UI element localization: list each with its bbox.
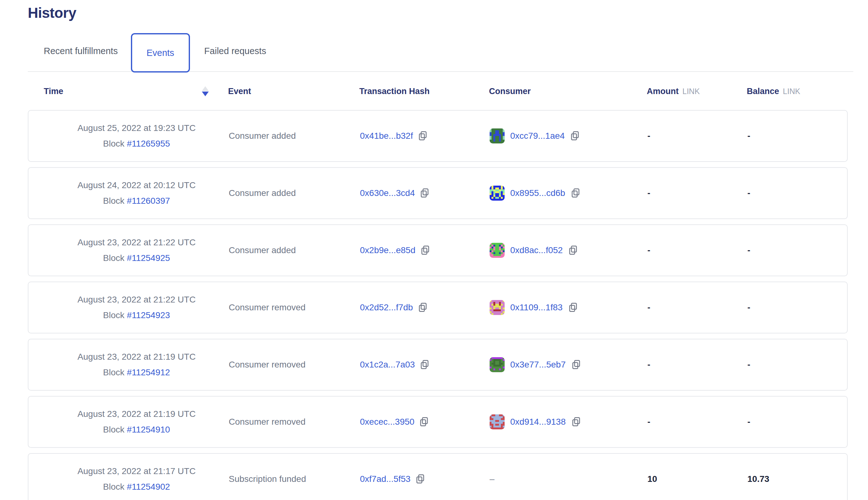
amount-value: 10: [648, 474, 657, 484]
event-timestamp: August 25, 2022 at 19:23 UTC: [78, 123, 196, 133]
consumer-cell: 0x8955...cd6b: [490, 186, 648, 201]
event-row: August 23, 2022 at 21:17 UTC Block #1125…: [28, 453, 848, 500]
copy-transaction-hash-icon[interactable]: [418, 131, 427, 141]
block-number-link[interactable]: #11254923: [127, 310, 170, 320]
transaction-hash-link[interactable]: 0x41be...b32f: [360, 131, 413, 141]
consumer-cell: 0xd914...9138: [490, 414, 648, 429]
tab-events-active-box[interactable]: Events: [131, 33, 190, 72]
block-label: Block: [103, 425, 124, 434]
column-header-consumer[interactable]: Consumer: [489, 87, 531, 96]
event-row: August 23, 2022 at 21:22 UTC Block #1125…: [28, 282, 848, 333]
copy-consumer-address-icon[interactable]: [568, 303, 578, 312]
event-type: Subscription funded: [229, 474, 306, 484]
copy-consumer-address-icon[interactable]: [570, 131, 580, 141]
block-number-link[interactable]: #11254912: [127, 367, 170, 377]
event-type: Consumer added: [229, 131, 296, 141]
event-timestamp: August 23, 2022 at 21:17 UTC: [78, 466, 196, 476]
block-label: Block: [103, 482, 124, 491]
copy-consumer-address-icon[interactable]: [571, 360, 581, 370]
balance-value: 10.73: [747, 474, 769, 484]
consumer-cell: 0xd8ac...f052: [490, 243, 648, 258]
balance-value: -: [747, 131, 750, 141]
time-cell: August 23, 2022 at 21:17 UTC Block #1125…: [44, 466, 229, 492]
event-timestamp: August 23, 2022 at 21:19 UTC: [78, 409, 196, 419]
time-cell: August 25, 2022 at 19:23 UTC Block #1126…: [44, 123, 229, 149]
consumer-identicon-icon: [490, 300, 505, 315]
copy-consumer-address-icon[interactable]: [571, 188, 580, 198]
sort-indicator-icon[interactable]: [202, 86, 209, 96]
event-row: August 24, 2022 at 20:12 UTC Block #1126…: [28, 167, 848, 219]
event-row: August 23, 2022 at 21:22 UTC Block #1125…: [28, 224, 848, 276]
consumer-address-link[interactable]: 0x8955...cd6b: [510, 188, 565, 198]
consumer-identicon-icon: [490, 357, 505, 372]
column-header-time[interactable]: Time: [44, 87, 64, 96]
transaction-hash-link[interactable]: 0xecec...3950: [360, 417, 414, 427]
balance-value: -: [747, 245, 750, 255]
amount-value: -: [648, 188, 650, 198]
block-label: Block: [103, 139, 124, 148]
event-type: Consumer removed: [229, 360, 306, 370]
consumer-cell: 0xcc79...1ae4: [490, 128, 648, 144]
consumer-placeholder: –: [490, 474, 495, 484]
block-label: Block: [103, 310, 124, 320]
tab-failed-requests[interactable]: Failed requests: [204, 46, 266, 56]
events-table-body: August 25, 2022 at 19:23 UTC Block #1126…: [28, 110, 848, 500]
balance-value: -: [747, 360, 750, 370]
copy-transaction-hash-icon[interactable]: [419, 417, 429, 427]
block-number-link[interactable]: #11254902: [127, 482, 170, 491]
table-header: Time Event Transaction Hash Consumer Amo…: [28, 86, 853, 96]
amount-value: -: [648, 417, 650, 427]
block-line: Block #11254912: [103, 367, 170, 377]
block-line: Block #11265955: [103, 139, 170, 149]
balance-unit-label: LINK: [783, 87, 800, 95]
block-line: Block #11254902: [103, 482, 170, 492]
consumer-address-link[interactable]: 0xd8ac...f052: [510, 245, 563, 255]
transaction-hash-link[interactable]: 0x1c2a...7a03: [360, 360, 415, 370]
consumer-identicon-icon: [490, 414, 505, 429]
consumer-address-link[interactable]: 0x1109...1f83: [510, 303, 563, 312]
copy-transaction-hash-icon[interactable]: [415, 474, 425, 484]
event-timestamp: August 23, 2022 at 21:19 UTC: [78, 352, 196, 362]
event-timestamp: August 23, 2022 at 21:22 UTC: [78, 238, 196, 248]
copy-consumer-address-icon[interactable]: [568, 245, 578, 255]
transaction-hash-link[interactable]: 0x2b9e...e85d: [360, 245, 415, 255]
consumer-address-link[interactable]: 0x3e77...5eb7: [510, 360, 566, 370]
amount-value: -: [648, 131, 650, 141]
time-cell: August 24, 2022 at 20:12 UTC Block #1126…: [44, 180, 229, 206]
amount-value: -: [648, 360, 650, 370]
time-cell: August 23, 2022 at 21:22 UTC Block #1125…: [44, 238, 229, 263]
block-line: Block #11254923: [103, 310, 170, 320]
time-cell: August 23, 2022 at 21:19 UTC Block #1125…: [44, 409, 229, 435]
column-header-transaction-hash[interactable]: Transaction Hash: [359, 87, 430, 96]
column-header-event[interactable]: Event: [228, 87, 251, 96]
consumer-cell: –: [490, 474, 648, 484]
page-title: History: [28, 4, 853, 21]
consumer-address-link[interactable]: 0xcc79...1ae4: [510, 131, 564, 141]
consumer-identicon-icon: [490, 243, 505, 258]
block-number-link[interactable]: #11254925: [127, 253, 170, 263]
copy-transaction-hash-icon[interactable]: [420, 360, 429, 370]
copy-consumer-address-icon[interactable]: [571, 417, 581, 427]
event-type: Consumer added: [229, 245, 296, 255]
copy-transaction-hash-icon[interactable]: [420, 188, 429, 198]
block-number-link[interactable]: #11254910: [127, 425, 170, 434]
transaction-hash-link[interactable]: 0x630e...3cd4: [360, 188, 415, 198]
consumer-address-link[interactable]: 0xd914...9138: [510, 417, 566, 427]
block-line: Block #11254910: [103, 425, 170, 435]
transaction-hash-link[interactable]: 0x2d52...f7db: [360, 303, 413, 312]
tab-recent-fulfillments[interactable]: Recent fulfillments: [44, 46, 118, 56]
column-header-amount[interactable]: Amount: [647, 87, 679, 96]
amount-value: -: [648, 245, 650, 255]
event-timestamp: August 23, 2022 at 21:22 UTC: [78, 295, 196, 305]
transaction-hash-link[interactable]: 0xf7ad...5f53: [360, 474, 411, 484]
event-row: August 25, 2022 at 19:23 UTC Block #1126…: [28, 110, 848, 162]
copy-transaction-hash-icon[interactable]: [418, 303, 427, 312]
block-number-link[interactable]: #11260397: [127, 196, 170, 206]
consumer-identicon-icon: [490, 186, 505, 201]
block-number-link[interactable]: #11265955: [127, 139, 170, 148]
block-label: Block: [103, 253, 124, 263]
copy-transaction-hash-icon[interactable]: [421, 245, 430, 255]
column-header-balance[interactable]: Balance: [747, 87, 779, 96]
sort-asc-icon: [202, 86, 209, 91]
event-timestamp: August 24, 2022 at 20:12 UTC: [78, 180, 196, 190]
